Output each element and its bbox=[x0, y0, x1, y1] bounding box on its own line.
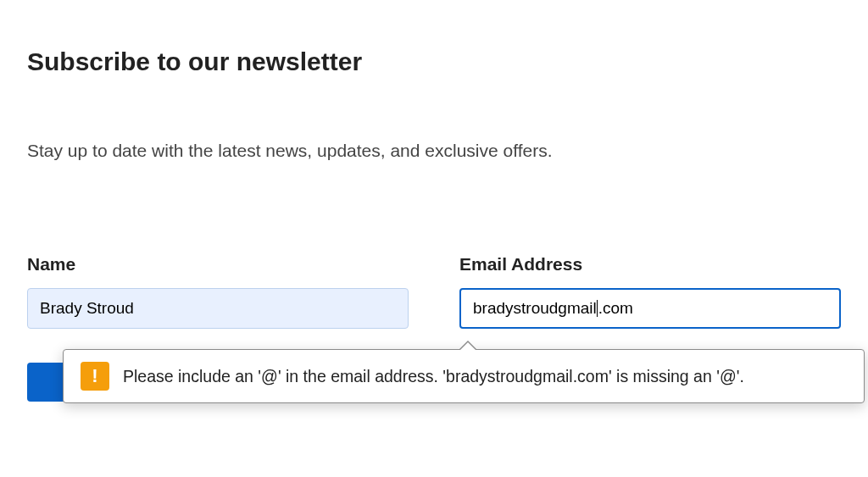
name-label: Name bbox=[27, 254, 409, 275]
validation-tooltip: ! Please include an '@' in the email add… bbox=[63, 349, 865, 403]
email-field-group: Email Address bradystroudgmail.com ! Ple… bbox=[459, 254, 841, 329]
email-value-part2: .com bbox=[598, 299, 633, 318]
email-label: Email Address bbox=[459, 254, 841, 275]
name-field-group: Name bbox=[27, 254, 409, 329]
name-input[interactable] bbox=[27, 288, 409, 329]
validation-message: Please include an '@' in the email addre… bbox=[123, 367, 744, 386]
page-title: Subscribe to our newsletter bbox=[27, 47, 841, 76]
page-subtitle: Stay up to date with the latest news, up… bbox=[27, 141, 841, 161]
email-value-part1: bradystroudgmail bbox=[473, 299, 597, 318]
email-input[interactable]: bradystroudgmail.com bbox=[459, 288, 841, 329]
form-row: Name Email Address bradystroudgmail.com … bbox=[27, 254, 841, 329]
warning-icon: ! bbox=[81, 362, 109, 391]
